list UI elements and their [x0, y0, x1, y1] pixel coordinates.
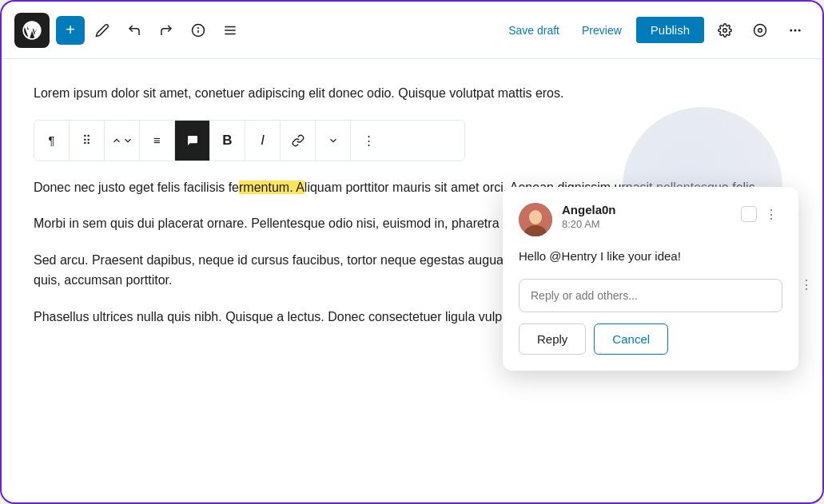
list-icon [223, 23, 237, 38]
drag-btn[interactable]: ⠿ [70, 121, 105, 161]
save-draft-button[interactable]: Save draft [500, 19, 567, 42]
paragraph-btn[interactable]: ¶ [34, 121, 70, 161]
resolve-checkbox[interactable] [741, 206, 757, 222]
comment-text: Hello @Hentry I like your idea! [519, 248, 782, 266]
block-more-btn[interactable]: ⋮ [351, 121, 386, 161]
cancel-button[interactable]: Cancel [594, 323, 668, 355]
pen-tool-button[interactable] [88, 16, 117, 45]
redo-icon [159, 23, 173, 38]
link-icon [292, 134, 305, 147]
comment-header: Angela0n 8:20 AM ⋮ [519, 203, 782, 236]
comment-time: 8:20 AM [562, 218, 741, 230]
comment-header-actions: ⋮ [741, 203, 782, 225]
redo-button[interactable] [152, 16, 181, 45]
block-toolbar: ¶ ⠿ ≡ B I [34, 120, 465, 161]
wordpress-icon [21, 19, 43, 42]
move-btn[interactable] [105, 121, 140, 161]
add-block-button[interactable]: + [56, 16, 85, 45]
more-options-button[interactable] [781, 16, 810, 45]
more-dots-icon [788, 23, 802, 38]
avatar [519, 203, 552, 236]
gear-icon [718, 23, 732, 38]
svg-point-11 [794, 29, 797, 31]
comment-panel: Angela0n 8:20 AM ⋮ Hello @Hentry I like … [503, 187, 798, 371]
toolbar: + [2, 2, 822, 59]
reply-button[interactable]: Reply [519, 323, 586, 355]
pen-icon [95, 23, 109, 38]
comment-actions: Reply Cancel [519, 323, 782, 355]
comment-menu-button[interactable]: ⋮ [760, 203, 782, 225]
settings-button[interactable] [711, 16, 739, 45]
wp-logo [14, 13, 50, 48]
svg-point-10 [790, 29, 792, 31]
avatar-svg [519, 203, 552, 236]
panel-side-menu-button[interactable]: ⋮ [797, 275, 816, 294]
preview-button[interactable]: Preview [574, 19, 630, 42]
location-button[interactable] [746, 16, 774, 45]
comment-text-prefix: Hello @Hentry [519, 249, 600, 263]
chevron-down-icon [328, 135, 339, 146]
comment-icon [186, 134, 199, 147]
arrows-down-icon [122, 135, 133, 146]
svg-point-9 [758, 28, 762, 32]
toolbar-right: Save draft Preview Publish [500, 16, 810, 45]
list-view-button[interactable] [216, 16, 245, 45]
paragraph-1: Lorem ipsum dolor sit amet, conetuer adi… [34, 83, 790, 104]
link-btn[interactable] [281, 121, 316, 161]
svg-point-7 [723, 28, 727, 32]
avatar-image [519, 203, 552, 236]
highlighted-text: rmentum. A [239, 181, 305, 194]
svg-point-8 [754, 24, 766, 36]
publish-button[interactable]: Publish [636, 17, 704, 43]
arrows-icon [111, 135, 122, 146]
italic-btn[interactable]: I [245, 121, 281, 161]
info-button[interactable] [184, 16, 213, 45]
svg-point-3 [198, 27, 199, 28]
bold-btn[interactable]: B [210, 121, 245, 161]
comment-text-suffix: I like your idea! [600, 249, 681, 263]
paragraph-2-prefix: Donec nec justo eget felis facilisis fe [34, 181, 239, 194]
location-icon [753, 23, 767, 38]
comment-author: Angela0n [562, 203, 741, 216]
editor-area: Lorem ipsum dolor sit amet, conetuer adi… [2, 59, 822, 502]
undo-icon [127, 23, 141, 38]
toolbar-left: + [56, 16, 245, 45]
reply-input[interactable] [519, 279, 782, 312]
comment-meta: Angela0n 8:20 AM [562, 203, 741, 230]
undo-button[interactable] [120, 16, 149, 45]
svg-point-12 [798, 29, 801, 31]
more-formats-btn[interactable] [316, 121, 351, 161]
comment-btn[interactable] [175, 121, 210, 161]
align-btn[interactable]: ≡ [140, 121, 175, 161]
app-container: + [0, 0, 824, 504]
panel-side-menu: ⋮ [797, 275, 816, 294]
svg-point-16 [530, 212, 541, 223]
info-icon [191, 23, 205, 38]
